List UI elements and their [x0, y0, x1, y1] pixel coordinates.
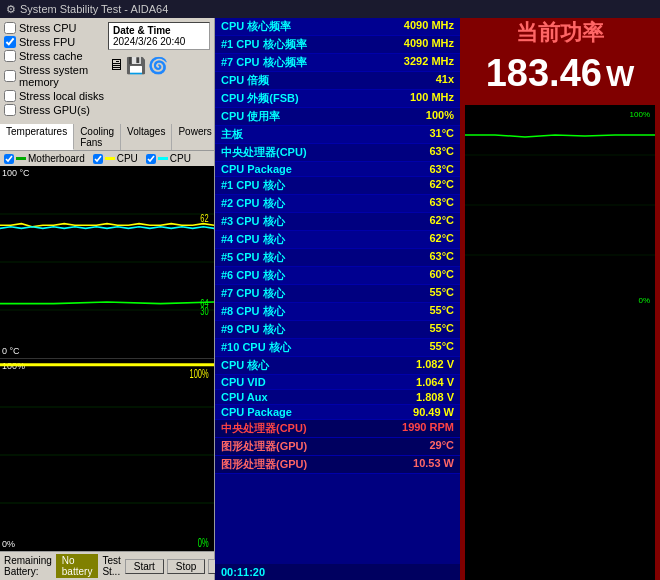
main-container: Stress CPU Stress FPU Stress cache Stres…: [0, 18, 660, 580]
label-core2-temp: #2 CPU 核心: [221, 196, 285, 211]
title-bar: ⚙ System Stability Test - AIDA64: [0, 0, 660, 18]
stress-cache-checkbox[interactable]: [4, 50, 16, 62]
stress-col-right: Date & Time 2024/3/26 20:40 🖥 💾 🌀: [108, 22, 210, 116]
battery-status: No battery: [56, 554, 99, 578]
label-core9-temp: #9 CPU 核心: [221, 322, 285, 337]
row-cpu-mult: CPU 倍频 41x: [215, 72, 460, 90]
stress-cpu-row[interactable]: Stress CPU: [4, 22, 106, 34]
tab-powers[interactable]: Powers: [172, 124, 218, 150]
svg-text:0%: 0%: [638, 296, 650, 305]
title-icon: ⚙: [6, 3, 16, 16]
row-core10-temp: #10 CPU 核心 55°C: [215, 339, 460, 357]
row-core8-temp: #8 CPU 核心 55°C: [215, 303, 460, 321]
row-core4-temp: #4 CPU 核心 62°C: [215, 231, 460, 249]
stress-memory-checkbox[interactable]: [4, 70, 16, 82]
legend-mb-label: Motherboard: [28, 153, 85, 164]
legend-mb-check[interactable]: [4, 154, 14, 164]
val-core3-temp: 62°C: [429, 214, 454, 229]
chart-top: 100 °C 0 °C 62: [0, 166, 214, 359]
val-core2-temp: 63°C: [429, 196, 454, 211]
right-panel: 当前功率 183.46 W 100% 0%: [460, 18, 660, 580]
val-cpu-pkg-temp: 63°C: [429, 163, 454, 175]
stress-cache-label: Stress cache: [19, 50, 83, 62]
stress-gpu-checkbox[interactable]: [4, 104, 16, 116]
row-cpu-aux: CPU Aux 1.808 V: [215, 390, 460, 405]
legend-cpu1: CPU: [93, 153, 138, 164]
datetime-label: Date & Time: [113, 25, 205, 36]
row-cpu-freq: CPU 核心频率 4090 MHz: [215, 18, 460, 36]
row-cpu-pkg-power: CPU Package 90.49 W: [215, 405, 460, 420]
label-core1-temp: #1 CPU 核心: [221, 178, 285, 193]
row-gpu-temp: 图形处理器(GPU) 29°C: [215, 438, 460, 456]
val-core6-temp: 60°C: [429, 268, 454, 283]
start-button[interactable]: Start: [125, 559, 164, 574]
label-cpu-fsb: CPU 外频(FSB): [221, 91, 299, 106]
stress-gpu-row[interactable]: Stress GPU(s): [4, 104, 106, 116]
stress-memory-label: Stress system memory: [19, 64, 106, 88]
legend-cpu2-check[interactable]: [146, 154, 156, 164]
left-panel: Stress CPU Stress FPU Stress cache Stres…: [0, 18, 215, 580]
val-mb-temp: 31°C: [429, 127, 454, 142]
svg-text:100%: 100%: [630, 110, 650, 119]
legend-cpu2-label: CPU: [170, 153, 191, 164]
stress-section: Stress CPU Stress FPU Stress cache Stres…: [4, 22, 210, 116]
stress-disks-label: Stress local disks: [19, 90, 104, 102]
label-cpu-fan: 中央处理器(CPU): [221, 421, 307, 436]
label-core8-temp: #8 CPU 核心: [221, 304, 285, 319]
stress-fpu-row[interactable]: Stress FPU: [4, 36, 106, 48]
tabs-row: Temperatures Cooling Fans Voltages Power…: [0, 124, 214, 151]
stress-col-left: Stress CPU Stress FPU Stress cache Stres…: [4, 22, 106, 116]
val-cpu1-freq: 4090 MHz: [404, 37, 454, 52]
stress-cache-row[interactable]: Stress cache: [4, 50, 106, 62]
svg-text:62: 62: [200, 211, 208, 224]
stop-button[interactable]: Stop: [167, 559, 206, 574]
row-cpu-fan: 中央处理器(CPU) 1990 RPM: [215, 420, 460, 438]
right-chart-svg: 100% 0%: [465, 105, 655, 305]
label-core6-temp: #6 CPU 核心: [221, 268, 285, 283]
label-cpu1-freq: #1 CPU 核心频率: [221, 37, 307, 52]
label-gpu-temp: 图形处理器(GPU): [221, 439, 307, 454]
tab-voltages[interactable]: Voltages: [121, 124, 172, 150]
legend-cpu1-label: CPU: [117, 153, 138, 164]
power-value: 183.46: [486, 52, 602, 95]
tab-cooling-fans[interactable]: Cooling Fans: [74, 124, 121, 150]
cpu-icon: 🖥: [108, 56, 124, 75]
bottom-bar: Remaining Battery: No battery Test St...…: [0, 551, 214, 580]
label-core3-temp: #3 CPU 核心: [221, 214, 285, 229]
stress-fpu-checkbox[interactable]: [4, 36, 16, 48]
label-cpu-vcore: CPU 核心: [221, 358, 269, 373]
stress-disks-row[interactable]: Stress local disks: [4, 90, 106, 102]
label-mb-temp: 主板: [221, 127, 243, 142]
stress-disks-checkbox[interactable]: [4, 90, 16, 102]
legend-cpu1-dot: [105, 157, 115, 160]
val-cpu-vcore: 1.082 V: [416, 358, 454, 373]
label-core7-temp: #7 CPU 核心: [221, 286, 285, 301]
val-core1-temp: 62°C: [429, 178, 454, 193]
tab-temperatures[interactable]: Temperatures: [0, 124, 74, 150]
stress-cpu-label: Stress CPU: [19, 22, 76, 34]
right-chart: 100% 0%: [465, 105, 655, 580]
row-core3-temp: #3 CPU 核心 62°C: [215, 213, 460, 231]
val-core8-temp: 55°C: [429, 304, 454, 319]
power-unit: W: [606, 59, 634, 93]
val-core7-temp: 55°C: [429, 286, 454, 301]
legend-motherboard: Motherboard: [4, 153, 85, 164]
stress-cpu-checkbox[interactable]: [4, 22, 16, 34]
center-bottom: 00:11:20: [215, 564, 460, 580]
row-core9-temp: #9 CPU 核心 55°C: [215, 321, 460, 339]
label-cpu-freq: CPU 核心频率: [221, 19, 291, 34]
val-cpu-fsb: 100 MHz: [410, 91, 454, 106]
datetime-value: 2024/3/26 20:40: [113, 36, 205, 47]
label-cpu-vid: CPU VID: [221, 376, 266, 388]
legend-cpu1-check[interactable]: [93, 154, 103, 164]
center-panel: CPU 核心频率 4090 MHz #1 CPU 核心频率 4090 MHz #…: [215, 18, 460, 580]
stress-fpu-label: Stress FPU: [19, 36, 75, 48]
chart-legend: Motherboard CPU CPU: [0, 151, 214, 166]
label-gpu-power: 图形处理器(GPU): [221, 457, 307, 472]
row-cpu1-freq: #1 CPU 核心频率 4090 MHz: [215, 36, 460, 54]
row-core5-temp: #5 CPU 核心 63°C: [215, 249, 460, 267]
stress-memory-row[interactable]: Stress system memory: [4, 64, 106, 88]
label-cpu-temp: 中央处理器(CPU): [221, 145, 307, 160]
row-cpu-fsb: CPU 外频(FSB) 100 MHz: [215, 90, 460, 108]
label-core10-temp: #10 CPU 核心: [221, 340, 291, 355]
